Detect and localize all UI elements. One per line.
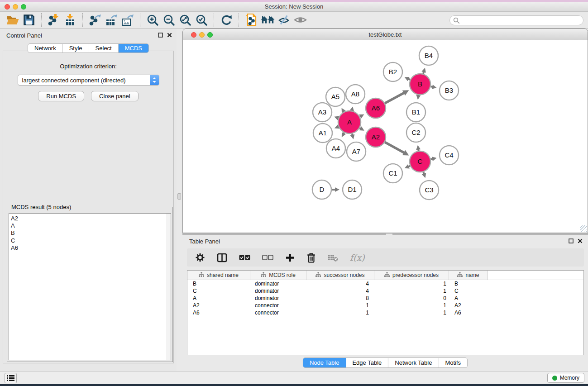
maximize-window-button[interactable] bbox=[21, 4, 26, 10]
minimize-window-button[interactable] bbox=[13, 4, 18, 10]
float-table-panel-icon[interactable] bbox=[569, 238, 574, 243]
tab-select[interactable]: Select bbox=[89, 44, 119, 52]
table-cell[interactable]: 4 bbox=[306, 281, 374, 287]
resize-grip[interactable] bbox=[580, 225, 587, 232]
dropdown-stepper[interactable] bbox=[150, 75, 159, 85]
graph-node-C2[interactable]: C2 bbox=[406, 123, 425, 142]
table-cell[interactable]: connector bbox=[250, 302, 306, 309]
result-list-item[interactable]: B bbox=[11, 229, 167, 237]
table-cell[interactable]: C bbox=[187, 288, 250, 294]
column-header-shared-name[interactable]: shared name bbox=[187, 271, 250, 280]
memory-button[interactable]: Memory bbox=[547, 373, 584, 383]
column-header-name[interactable]: name bbox=[449, 271, 488, 280]
result-list-item[interactable]: C bbox=[11, 237, 167, 244]
table-row[interactable]: A6connector11A6 bbox=[187, 309, 583, 316]
table-cell[interactable]: 1 bbox=[306, 310, 374, 316]
add-column-button[interactable] bbox=[285, 253, 295, 262]
table-cell[interactable]: dominator bbox=[250, 295, 306, 301]
table-cell[interactable]: 1 bbox=[374, 310, 449, 316]
graph-node-B3[interactable]: B3 bbox=[440, 81, 459, 100]
graph-node-C4[interactable]: C4 bbox=[440, 146, 459, 165]
splitter-handle[interactable] bbox=[177, 193, 181, 200]
table-cell[interactable]: 8 bbox=[306, 295, 374, 301]
table-cell[interactable]: 4 bbox=[306, 288, 374, 294]
table-row[interactable]: Adominator80A bbox=[187, 295, 583, 302]
show-column-button[interactable] bbox=[217, 253, 227, 262]
graph-node-D[interactable]: D bbox=[312, 180, 331, 199]
zoom-fit-button[interactable] bbox=[177, 13, 193, 27]
export-table-button[interactable] bbox=[103, 13, 120, 27]
minimize-network-button[interactable] bbox=[199, 32, 205, 38]
tab-mcds[interactable]: MCDS bbox=[119, 44, 148, 52]
tab-network[interactable]: Network bbox=[28, 44, 63, 52]
table-cell[interactable]: A2 bbox=[187, 302, 250, 309]
delete-column-button[interactable] bbox=[306, 253, 316, 263]
close-panel-icon[interactable] bbox=[167, 33, 172, 38]
table-cell[interactable]: A bbox=[449, 295, 488, 301]
close-window-button[interactable] bbox=[5, 4, 10, 10]
table-cell[interactable]: A6 bbox=[449, 310, 488, 316]
table-cell[interactable]: C bbox=[449, 288, 488, 294]
table-cell[interactable]: 1 bbox=[374, 281, 449, 287]
table-cell[interactable]: connector bbox=[250, 310, 306, 316]
graph-node-B[interactable]: B bbox=[410, 74, 430, 95]
tab-network-table[interactable]: Network Table bbox=[388, 358, 439, 367]
graph-node-B2[interactable]: B2 bbox=[383, 62, 402, 81]
table-cell[interactable]: 0 bbox=[374, 295, 449, 301]
show-panels-button[interactable] bbox=[292, 13, 308, 27]
zoom-out-button[interactable] bbox=[161, 13, 177, 27]
import-table-button[interactable] bbox=[62, 13, 78, 27]
panel-splitter[interactable] bbox=[177, 29, 182, 371]
table-cell[interactable]: 1 bbox=[306, 302, 374, 309]
graph-node-A6[interactable]: A6 bbox=[366, 98, 386, 118]
graph-node-C3[interactable]: C3 bbox=[420, 181, 439, 200]
export-image-button[interactable] bbox=[120, 13, 136, 27]
export-network-button[interactable] bbox=[87, 13, 103, 27]
table-settings-button[interactable] bbox=[195, 253, 205, 262]
column-header-mcds-role[interactable]: MCDS role bbox=[250, 271, 306, 280]
table-row[interactable]: A2connector11A2 bbox=[187, 302, 583, 309]
graph-node-A8[interactable]: A8 bbox=[346, 85, 365, 104]
table-cell[interactable]: dominator bbox=[250, 281, 306, 287]
close-network-button[interactable] bbox=[191, 32, 196, 38]
tab-style[interactable]: Style bbox=[63, 44, 89, 52]
delete-table-button[interactable] bbox=[328, 253, 338, 262]
open-session-button[interactable] bbox=[5, 13, 21, 27]
graph-node-C1[interactable]: C1 bbox=[383, 164, 402, 183]
task-history-button[interactable] bbox=[5, 373, 17, 383]
run-mcds-button[interactable]: Run MCDS bbox=[38, 91, 84, 101]
table-cell[interactable]: A6 bbox=[187, 310, 250, 316]
import-network-button[interactable] bbox=[46, 13, 62, 27]
graph-node-A2[interactable]: A2 bbox=[366, 127, 386, 147]
new-network-button[interactable] bbox=[243, 13, 259, 27]
edge-A6-B[interactable] bbox=[385, 93, 404, 104]
network-window-titlebar[interactable]: testGlobe.txt bbox=[183, 29, 588, 40]
function-builder-button[interactable]: f(x) bbox=[350, 253, 365, 262]
tab-node-table[interactable]: Node Table bbox=[303, 358, 346, 367]
graph-node-D1[interactable]: D1 bbox=[343, 180, 362, 199]
table-cell[interactable]: B bbox=[449, 281, 488, 287]
tab-edge-table[interactable]: Edge Table bbox=[346, 358, 388, 367]
criterion-dropdown[interactable]: largest connected component (directed) bbox=[18, 75, 159, 86]
result-list-item[interactable]: A2 bbox=[11, 215, 167, 222]
close-table-panel-icon[interactable] bbox=[578, 238, 583, 243]
select-all-button[interactable] bbox=[239, 255, 250, 261]
table-cell[interactable]: dominator bbox=[250, 288, 306, 294]
hide-panels-button[interactable] bbox=[276, 13, 292, 27]
search-input[interactable] bbox=[460, 16, 583, 24]
graph-node-B4[interactable]: B4 bbox=[419, 46, 438, 65]
maximize-network-button[interactable] bbox=[207, 32, 213, 38]
zoom-in-button[interactable] bbox=[144, 13, 161, 27]
graph-node-A[interactable]: A bbox=[338, 111, 361, 133]
graph-node-A4[interactable]: A4 bbox=[326, 139, 345, 158]
deselect-all-button[interactable] bbox=[262, 255, 273, 261]
graph-node-A1[interactable]: A1 bbox=[313, 124, 332, 143]
table-cell[interactable]: A bbox=[187, 295, 250, 301]
graph-node-A5[interactable]: A5 bbox=[326, 87, 345, 106]
refresh-network-button[interactable] bbox=[218, 13, 234, 27]
table-cell[interactable]: 1 bbox=[374, 288, 449, 294]
edge-A2-C[interactable] bbox=[385, 142, 405, 153]
close-panel-button[interactable]: Close panel bbox=[91, 91, 139, 101]
home-view-button[interactable] bbox=[259, 13, 276, 27]
graph-node-C[interactable]: C bbox=[410, 151, 430, 172]
